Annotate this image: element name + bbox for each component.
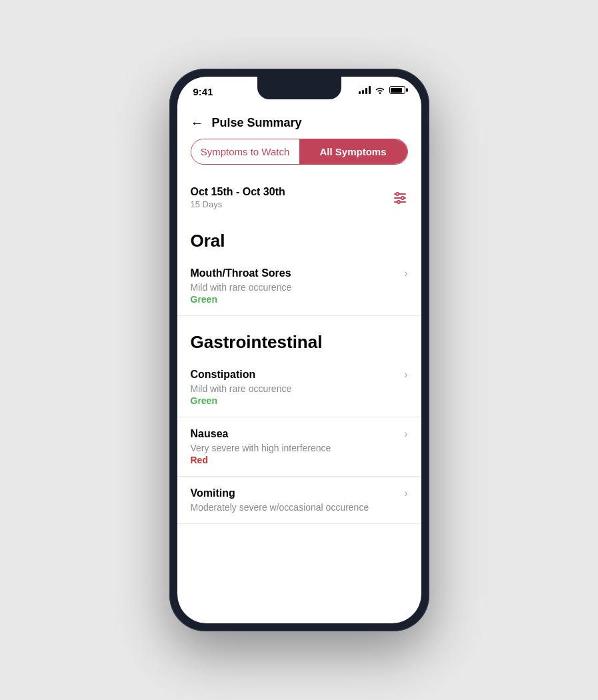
phone-frame: 9:41 ← Pulse Summary Sympto: [169, 69, 429, 631]
chevron-icon: ›: [404, 428, 407, 440]
symptom-status: Green: [191, 294, 408, 305]
main-content: ← Pulse Summary Symptoms to Watch All Sy…: [177, 110, 421, 623]
symptom-row: Constipation ›: [191, 369, 408, 381]
filter-icon: [392, 191, 408, 205]
date-range-section: Oct 15th - Oct 30th 15 Days: [177, 178, 421, 220]
symptom-name: Constipation: [191, 369, 256, 381]
symptom-name: Vomiting: [191, 487, 235, 499]
status-icons: [359, 86, 405, 94]
chevron-icon: ›: [404, 267, 407, 279]
chevron-icon: ›: [404, 487, 407, 499]
date-info: Oct 15th - Oct 30th 15 Days: [191, 186, 285, 209]
filter-button[interactable]: [392, 191, 408, 205]
symptom-description: Moderately severe w/occasional occurence: [191, 502, 408, 513]
symptom-row: Vomiting ›: [191, 487, 408, 499]
date-range-label: Oct 15th - Oct 30th: [191, 186, 285, 198]
section-heading-oral: Oral: [177, 220, 421, 257]
symptom-item-mouth-throat-sores[interactable]: Mouth/Throat Sores › Mild with rare occu…: [177, 257, 421, 316]
symptom-description: Very severe with high interference: [191, 443, 408, 453]
symptom-row: Mouth/Throat Sores ›: [191, 267, 408, 279]
symptom-name: Mouth/Throat Sores: [191, 267, 291, 279]
symptom-item-constipation[interactable]: Constipation › Mild with rare occurence …: [177, 358, 421, 417]
battery-icon: [389, 86, 405, 94]
tab-symptoms-to-watch[interactable]: Symptoms to Watch: [191, 139, 299, 164]
back-button[interactable]: ←: [191, 115, 204, 131]
tab-switcher: Symptoms to Watch All Symptoms: [191, 139, 408, 165]
symptom-row: Nausea ›: [191, 428, 408, 440]
date-days-label: 15 Days: [191, 199, 285, 209]
status-time: 9:41: [193, 86, 213, 97]
svg-point-3: [401, 197, 404, 199]
symptom-name: Nausea: [191, 428, 229, 440]
symptom-item-nausea[interactable]: Nausea › Very severe with high interfere…: [177, 417, 421, 477]
symptom-description: Mild with rare occurence: [191, 282, 408, 293]
svg-point-1: [396, 193, 399, 195]
symptom-status: Red: [191, 455, 408, 465]
tab-all-symptoms[interactable]: All Symptoms: [299, 139, 407, 164]
notch: [257, 77, 341, 99]
svg-point-5: [397, 201, 400, 203]
chevron-icon: ›: [404, 369, 407, 381]
symptom-status: Green: [191, 395, 408, 406]
header: ← Pulse Summary: [177, 110, 421, 139]
symptom-item-vomiting[interactable]: Vomiting › Moderately severe w/occasiona…: [177, 477, 421, 524]
page-title: Pulse Summary: [212, 116, 302, 130]
section-heading-gastrointestinal: Gastrointestinal: [177, 321, 421, 358]
wifi-icon: [375, 86, 385, 94]
symptom-description: Mild with rare occurence: [191, 383, 408, 394]
signal-icon: [359, 86, 371, 94]
phone-screen: 9:41 ← Pulse Summary Sympto: [177, 77, 421, 623]
section-gap: [177, 316, 421, 321]
